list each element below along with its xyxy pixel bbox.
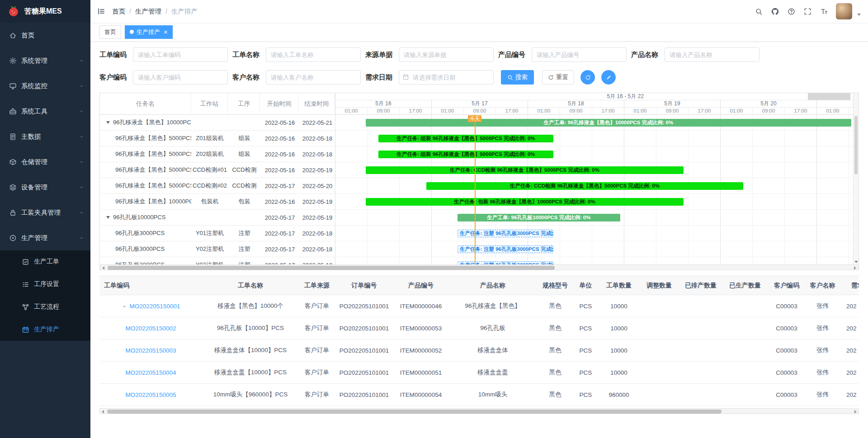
gantt-grid-row[interactable]: 96孔孔板3000PCSY01注塑机注塑2022-05-172022-05-18 xyxy=(100,226,335,241)
search-icon xyxy=(755,8,763,15)
sidebar-subitem-production-scheduling[interactable]: 生产排产 xyxy=(0,318,90,341)
start-date-cell: 2022-05-17 xyxy=(260,214,299,221)
close-icon[interactable]: × xyxy=(164,28,168,35)
text-field-0[interactable] xyxy=(133,47,228,62)
horizontal-scroll-thumb[interactable] xyxy=(107,410,722,414)
text-field-3[interactable] xyxy=(532,47,627,62)
sidebar-menu: 首页系统管理系统监控系统工具主数据仓储管理设备管理工装夹具管理生产管理生产工单工… xyxy=(0,23,90,341)
input-wrap xyxy=(266,70,361,85)
gantt-bar[interactable]: 生产任务: 注塑 96孔孔板3000PCS 完成比例: 0% xyxy=(458,245,553,253)
gantt-grid-row[interactable]: 96孔移液盒【黑色】5000PCSCCD检测#01CCD检测2022-05-16… xyxy=(100,162,335,178)
day-header: 5月 20 xyxy=(721,100,817,107)
start-date-cell: 2022-05-16 xyxy=(260,198,299,205)
sidebar-item-production-management[interactable]: 生产管理 xyxy=(0,225,90,250)
table-row[interactable]: MO20220515000510mm吸头【960000】PCS客户订单PO202… xyxy=(99,384,859,406)
chevron-down-icon xyxy=(79,84,84,89)
table-row[interactable]: MO20220515000296孔孔板【10000】PCS客户订单PO20220… xyxy=(99,317,859,339)
avatar[interactable] xyxy=(836,3,852,19)
sidebar-subitem-production-order[interactable]: 生产工单 xyxy=(0,250,90,273)
cell-demand: 202 xyxy=(839,384,859,406)
fullscreen-button[interactable] xyxy=(801,3,814,19)
sidebar-item-system-management[interactable]: 系统管理 xyxy=(0,48,90,73)
sidebar-subitem-process-settings[interactable]: 工序设置 xyxy=(0,273,90,296)
order-code-link[interactable]: MO202205150004 xyxy=(126,369,176,376)
expand-chevron-icon[interactable] xyxy=(122,304,127,309)
scroll-right-arrow[interactable] xyxy=(854,410,857,414)
gantt-bar[interactable]: 生产任务: 组装 96孔移液盒【黑色】5000PCS 完成比例: 0% xyxy=(378,151,553,158)
scroll-right-arrow[interactable] xyxy=(854,266,856,270)
refresh-schedule-button[interactable] xyxy=(580,70,595,85)
gantt-bar[interactable]: 生产任务: CCD检测 96孔移液盒【黑色】5000PCS 完成比例: 0% xyxy=(426,182,743,190)
table-row[interactable]: MO202205150004移液盒盒盖【10000】PCS客户订单PO20220… xyxy=(99,362,859,384)
scroll-down-arrow[interactable] xyxy=(854,261,859,263)
sidebar-toggle[interactable] xyxy=(90,7,112,15)
gantt-grid-row[interactable]: 96孔孔板10000PCS2022-05-172022-05-19 xyxy=(100,210,335,226)
breadcrumb-item[interactable]: 首页 xyxy=(112,7,125,16)
text-field-6[interactable] xyxy=(266,70,361,85)
gantt-bar[interactable]: 生产工单: 96孔孔板10000PCS 完成比例: 0% xyxy=(458,214,620,221)
tab-home[interactable]: 首页 xyxy=(99,25,121,39)
gantt-grid-row[interactable]: 96孔移液盒【黑色】10000PCS2022-05-162022-05-21 xyxy=(100,115,335,131)
adjust-schedule-button[interactable] xyxy=(601,70,616,85)
collapse-triangle-icon[interactable] xyxy=(106,216,110,219)
order-code-link[interactable]: MO202205150003 xyxy=(126,347,176,354)
tab-production-scheduling[interactable]: 生产排产× xyxy=(125,25,173,39)
task-name: 96孔移液盒【黑色】5000PCS xyxy=(115,150,191,158)
sidebar-subitem-process-flow[interactable]: 工艺流程 xyxy=(0,296,90,318)
cell-customer_code: C00003 xyxy=(767,384,806,406)
table-row[interactable]: MO202205150003移液盒盒体【10000】PCS客户订单PO20220… xyxy=(99,339,859,362)
search-button[interactable]: 搜索 xyxy=(501,70,534,85)
caret-down-icon[interactable] xyxy=(857,14,861,16)
sidebar-item-system-tools[interactable]: 系统工具 xyxy=(0,99,90,124)
form-field: 需求日期 xyxy=(365,70,494,85)
gantt-bar[interactable]: 生产任务: 注塑 96孔孔板3000PCS 完成比例: 0% xyxy=(458,261,553,264)
gantt-grid-row[interactable]: 96孔孔板3000PCSY03注塑机注塑2022-05-172022-05-18 xyxy=(100,257,335,264)
text-field-5[interactable] xyxy=(133,70,228,85)
reset-button[interactable]: 重置 xyxy=(542,70,574,85)
collapse-triangle-icon[interactable] xyxy=(106,121,110,124)
sidebar-item-system-monitor[interactable]: 系统监控 xyxy=(0,73,90,99)
order-code-link[interactable]: MO202205150002 xyxy=(126,325,176,332)
gantt-grid-row[interactable]: 96孔孔板3000PCSY02注塑机注塑2022-05-172022-05-18 xyxy=(100,241,335,257)
horizontal-scroll-thumb[interactable] xyxy=(108,266,555,270)
text-field-4[interactable] xyxy=(665,47,760,62)
sidebar-item-fixture-management[interactable]: 工装夹具管理 xyxy=(0,200,90,225)
sidebar-item-home[interactable]: 首页 xyxy=(0,23,90,48)
scroll-left-arrow[interactable] xyxy=(102,266,104,270)
date-field-7[interactable] xyxy=(399,70,494,85)
workstation-cell: 包装机 xyxy=(191,198,228,206)
cell-value: PO202205101001 xyxy=(340,303,389,310)
home-icon xyxy=(9,32,17,39)
sidebar-item-equipment-management[interactable]: 设备管理 xyxy=(0,174,90,200)
end-date-cell: 2022-05-18 xyxy=(299,135,335,142)
timeline-body: 生产工单: 96孔移液盒【黑色】10000PCS 完成比例: 0%生产任务: 组… xyxy=(335,115,853,264)
scroll-left-arrow[interactable] xyxy=(102,410,104,414)
gantt-grid-row[interactable]: 96孔移液盒【黑色】5000PCSZ01组装机组装2022-05-162022-… xyxy=(100,131,335,146)
text-field-1[interactable] xyxy=(266,47,361,62)
gantt-bar[interactable]: 生产任务: 包装 96孔移液盒【黑色】10000PCS 完成比例: 0% xyxy=(366,198,684,206)
cell-value: 96孔孔板【10000】PCS xyxy=(217,325,284,331)
table-row[interactable]: MO202205150001移液盒【黑色】10000个客户订单PO2022051… xyxy=(99,295,859,317)
gantt-bar[interactable]: 生产工单: 96孔移液盒【黑色】10000PCS 完成比例: 0% xyxy=(366,119,851,127)
sidebar-item-warehouse-management[interactable]: 仓储管理 xyxy=(0,149,90,174)
text-field-2[interactable] xyxy=(399,47,494,62)
breadcrumb-item[interactable]: 生产管理 xyxy=(135,7,161,16)
docs-button[interactable] xyxy=(784,3,798,19)
input-wrap xyxy=(133,70,228,85)
gantt-grid-row[interactable]: 96孔移液盒【黑色】10000PCS包装机包装2022-05-162022-05… xyxy=(100,194,335,210)
layers-icon xyxy=(9,184,17,191)
gantt-bar[interactable]: 生产任务: CCD检测 96孔移液盒【黑色】5000PCS 完成比例: 0% xyxy=(366,166,684,174)
gantt-grid-row[interactable]: 96孔移液盒【黑色】5000PCSCCD检测#02CCD检测2022-05-17… xyxy=(100,178,335,194)
sidebar-item-master-data[interactable]: 主数据 xyxy=(0,124,90,149)
search-button[interactable] xyxy=(752,3,765,19)
vertical-scroll-thumb[interactable] xyxy=(854,116,858,174)
github-button[interactable] xyxy=(768,3,782,19)
font-size-button[interactable] xyxy=(817,3,830,19)
order-code-link[interactable]: MO202205150005 xyxy=(126,391,176,398)
gantt-bar[interactable]: 生产任务: 注塑 96孔孔板3000PCS 完成比例: 0% xyxy=(458,230,553,237)
order-code-link[interactable]: MO202205150001 xyxy=(130,303,180,310)
gantt-grid-row[interactable]: 96孔移液盒【黑色】5000PCSZ02组装机组装2022-05-162022-… xyxy=(100,146,335,162)
cell-customer_name: 张伟 xyxy=(806,295,839,317)
cell-value: 张伟 xyxy=(816,369,829,376)
gantt-bar[interactable]: 生产任务: 组装 96孔移液盒【黑色】5000PCS 完成比例: 0% xyxy=(378,135,553,142)
